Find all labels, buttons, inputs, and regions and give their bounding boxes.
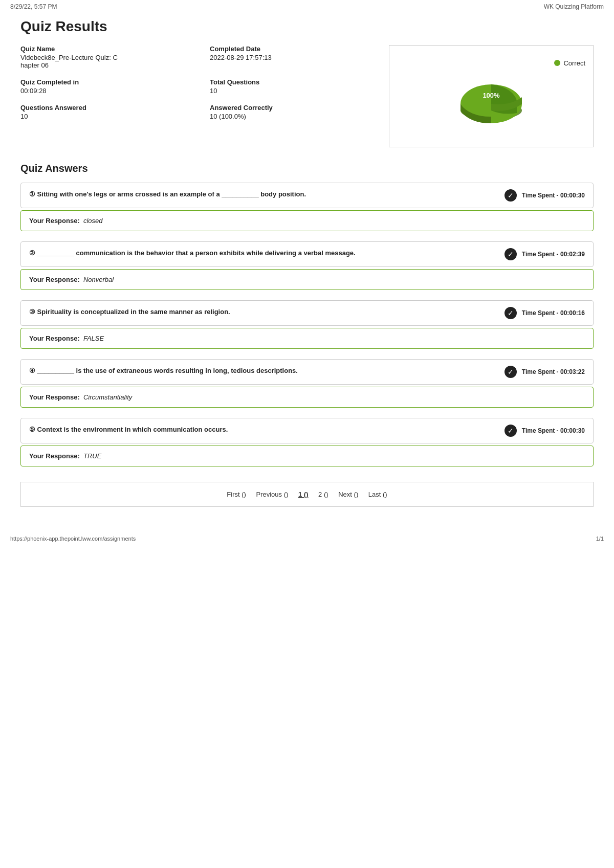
response-row: Your Response: FALSE (20, 328, 594, 349)
question-block: ① Sitting with one's legs or arms crosse… (20, 183, 594, 231)
question-row: ④ __________ is the use of extraneous wo… (20, 359, 594, 385)
question-block: ⑤ Context is the environment in which co… (20, 418, 594, 466)
total-questions-value: 10 (210, 87, 389, 95)
answers-section-title: Quiz Answers (20, 163, 594, 174)
answered-correctly-value: 10 (100.0%) (210, 113, 389, 120)
response-row: Your Response: closed (20, 210, 594, 231)
question-text: ① Sitting with one's legs or arms crosse… (29, 189, 494, 199)
platform-label: WK Quizzing Platform (544, 3, 604, 10)
response-value: TRUE (83, 452, 101, 460)
question-row: ② __________ communication is the behavi… (20, 241, 594, 267)
chart-container: Correct 100% (389, 45, 594, 147)
next-page-link[interactable]: Next () (338, 491, 358, 498)
pagination-bar: First () Previous () 1 () 2 () Next () L… (20, 482, 594, 507)
correct-icon: ✓ (505, 189, 517, 202)
answered-correctly-label: Answered Correctly (210, 104, 389, 112)
question-row: ① Sitting with one's legs or arms crosse… (20, 183, 594, 208)
total-questions-label: Total Questions (210, 78, 389, 86)
response-label: Your Response: (29, 217, 80, 225)
page-1-link[interactable]: 1 () (298, 491, 309, 498)
correct-icon: ✓ (505, 307, 517, 319)
questions-list: ① Sitting with one's legs or arms crosse… (20, 183, 594, 466)
questions-answered-label: Questions Answered (20, 104, 200, 112)
response-value: Circumstantiality (83, 393, 132, 401)
question-row: ③ Spirituality is conceptualized in the … (20, 300, 594, 326)
response-row: Your Response: TRUE (20, 446, 594, 466)
question-text: ③ Spirituality is conceptualized in the … (29, 307, 494, 317)
response-row: Your Response: Circumstantiality (20, 387, 594, 408)
question-row: ⑤ Context is the environment in which co… (20, 418, 594, 443)
quiz-name-value: Videbeck8e_Pre-Lecture Quiz: Chapter 06 (20, 54, 200, 69)
time-spent: Time Spent - 00:03:22 (522, 368, 585, 375)
page-2-link[interactable]: 2 () (318, 491, 328, 498)
time-spent: Time Spent - 00:00:16 (522, 309, 585, 317)
question-meta: ✓ Time Spent - 00:02:39 (505, 248, 585, 260)
correct-icon: ✓ (505, 366, 517, 378)
questions-answered-value: 10 (20, 113, 200, 120)
question-text: ⑤ Context is the environment in which co… (29, 425, 494, 435)
quiz-name-label: Quiz Name (20, 45, 200, 53)
response-label: Your Response: (29, 276, 80, 283)
response-value: FALSE (83, 335, 104, 342)
response-value: Nonverbal (83, 276, 114, 283)
time-spent: Time Spent - 00:00:30 (522, 427, 585, 434)
time-spent: Time Spent - 00:02:39 (522, 251, 585, 258)
completed-date-label: Completed Date (210, 45, 389, 53)
question-meta: ✓ Time Spent - 00:00:16 (505, 307, 585, 319)
completed-in-value: 00:09:28 (20, 87, 200, 95)
question-meta: ✓ Time Spent - 00:00:30 (505, 425, 585, 437)
response-label: Your Response: (29, 335, 80, 342)
question-text: ② __________ communication is the behavi… (29, 248, 494, 258)
pie-percent-label: 100% (483, 92, 499, 99)
question-block: ③ Spirituality is conceptualized in the … (20, 300, 594, 349)
previous-page-link[interactable]: Previous () (256, 491, 288, 498)
page-title: Quiz Results (20, 18, 594, 35)
datetime-label: 8/29/22, 5:57 PM (10, 3, 57, 10)
question-text: ④ __________ is the use of extraneous wo… (29, 366, 494, 376)
correct-icon: ✓ (505, 248, 517, 260)
first-page-link[interactable]: First () (227, 491, 246, 498)
legend-dot (554, 60, 560, 66)
question-block: ④ __________ is the use of extraneous wo… (20, 359, 594, 408)
response-row: Your Response: Nonverbal (20, 269, 594, 290)
legend-label: Correct (563, 59, 585, 67)
bottom-page-info: 1/1 (596, 536, 604, 542)
question-meta: ✓ Time Spent - 00:00:30 (505, 189, 585, 202)
bottom-url: https://phoenix-app.thepoint.lww.com/ass… (10, 536, 136, 542)
completed-date-value: 2022-08-29 17:57:13 (210, 54, 389, 61)
time-spent: Time Spent - 00:00:30 (522, 192, 585, 199)
completed-in-label: Quiz Completed in (20, 78, 200, 86)
question-block: ② __________ communication is the behavi… (20, 241, 594, 290)
correct-icon: ✓ (505, 425, 517, 437)
question-meta: ✓ Time Spent - 00:03:22 (505, 366, 585, 378)
response-value: closed (83, 217, 103, 225)
last-page-link[interactable]: Last () (368, 491, 387, 498)
response-label: Your Response: (29, 452, 80, 460)
response-label: Your Response: (29, 393, 80, 401)
pie-chart: 100% (450, 72, 532, 133)
